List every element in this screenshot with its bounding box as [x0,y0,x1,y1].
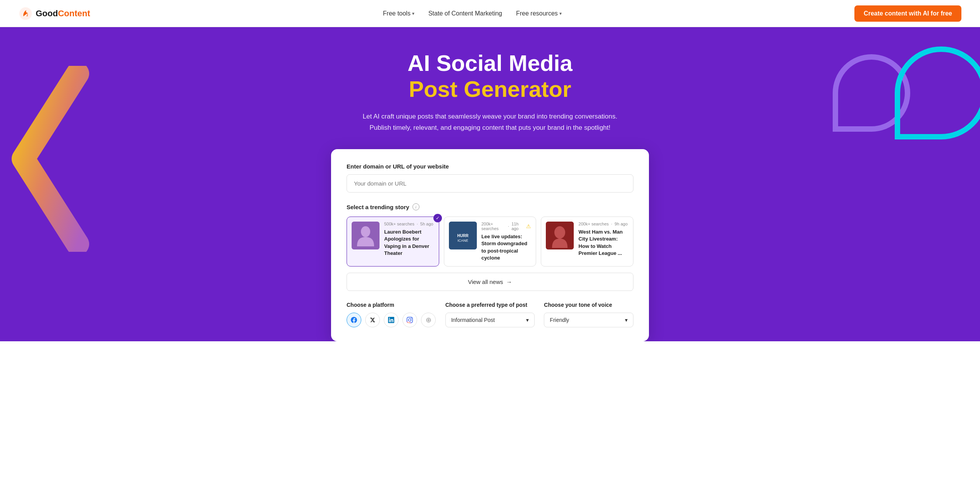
story-card-2[interactable]: HURRICANE 200k+ searches · 11h ago ⚠ Lee… [444,217,537,267]
story-time-1: 5h ago [420,222,433,226]
story-thumb-1 [352,222,380,249]
story-time-3: 9h ago [614,222,628,226]
post-type-select[interactable]: Informational Post ▾ [445,313,535,327]
nav-links: Free tools ▾ State of Content Marketing … [383,10,562,17]
platform-icons: ⊕ [347,313,436,327]
svg-text:HURR: HURR [457,234,469,238]
trending-header: Select a trending story i [347,203,633,210]
chevron-down-icon-post: ▾ [526,317,529,323]
bottom-options-row: Choose a platform ⊕ [347,302,633,327]
story-searches-3: 200k+ searches [578,222,609,226]
trending-label: Select a trending story [347,204,409,210]
story-thumb-2: HURRICANE [449,222,477,249]
post-type-section: Choose a preferred type of post Informat… [445,302,535,327]
story-title-2: Lee live updates: Storm downgraded to po… [481,233,531,261]
nav-state-of-content[interactable]: State of Content Marketing [428,10,502,17]
bubble2-icon [895,46,980,139]
selected-check-icon: ✓ [433,214,442,222]
post-type-label: Choose a preferred type of post [445,302,535,308]
logo-icon [19,7,33,21]
logo-content-text: Content [58,9,90,18]
hero-title: AI Social Media Post Generator [407,50,572,102]
more-icon: ⊕ [426,316,431,324]
tone-label: Choose your tone of voice [544,302,633,308]
logo[interactable]: GoodContent [19,7,90,21]
story-thumb-3 [546,222,574,249]
logo-good-text: Good [36,9,58,18]
hero-section: AI Social Media Post Generator Let AI cr… [0,27,980,341]
facebook-platform-btn[interactable] [347,313,361,327]
arrow-right-icon: → [506,279,512,285]
view-all-news-button[interactable]: View all news → [347,273,633,291]
tone-section: Choose your tone of voice Friendly ▾ [544,302,633,327]
story-title-3: West Ham vs. Man City Livestream: How to… [578,229,628,257]
navbar: GoodContent Free tools ▾ State of Conten… [0,0,980,27]
arrow-decoration [0,66,109,252]
more-platform-btn[interactable]: ⊕ [421,313,436,327]
platform-section: Choose a platform ⊕ [347,302,436,327]
nav-free-resources[interactable]: Free resources ▾ [516,10,562,17]
create-content-cta[interactable]: Create content with AI for free [854,5,961,22]
hero-subtitle: Let AI craft unique posts that seamlessl… [354,111,626,134]
generator-card: Enter domain or URL of your website Sele… [331,149,649,341]
story-searches-2: 200k+ searches [481,222,506,231]
story-title-1: Lauren Boebert Apologizes for Vaping in … [384,229,434,257]
story-card-1[interactable]: 500k+ searches · 5h ago Lauren Boebert A… [347,217,439,267]
story-card-3[interactable]: 200k+ searches · 9h ago West Ham vs. Man… [541,217,633,267]
stories-grid: 500k+ searches · 5h ago Lauren Boebert A… [347,217,633,267]
warning-icon: ⚠ [526,223,531,229]
story-time-2: 11h ago [511,222,524,231]
nav-free-tools[interactable]: Free tools ▾ [383,10,414,17]
svg-point-7 [554,226,565,239]
twitter-platform-btn[interactable] [365,313,380,327]
platform-label: Choose a platform [347,302,436,308]
hero-title-yellow: Post Generator [409,76,571,101]
svg-point-2 [361,226,370,237]
tone-select[interactable]: Friendly ▾ [544,313,633,327]
linkedin-platform-btn[interactable] [384,313,399,327]
url-section-label: Enter domain or URL of your website [347,163,633,170]
chevron-down-icon-resources: ▾ [559,11,562,16]
instagram-platform-btn[interactable] [402,313,417,327]
svg-text:ICANE: ICANE [457,239,468,242]
url-input[interactable] [347,174,633,193]
chevron-down-icon-tone: ▾ [625,317,628,323]
story-searches-1: 500k+ searches [384,222,414,226]
info-icon: i [412,203,419,210]
chevron-down-icon: ▾ [412,11,414,16]
